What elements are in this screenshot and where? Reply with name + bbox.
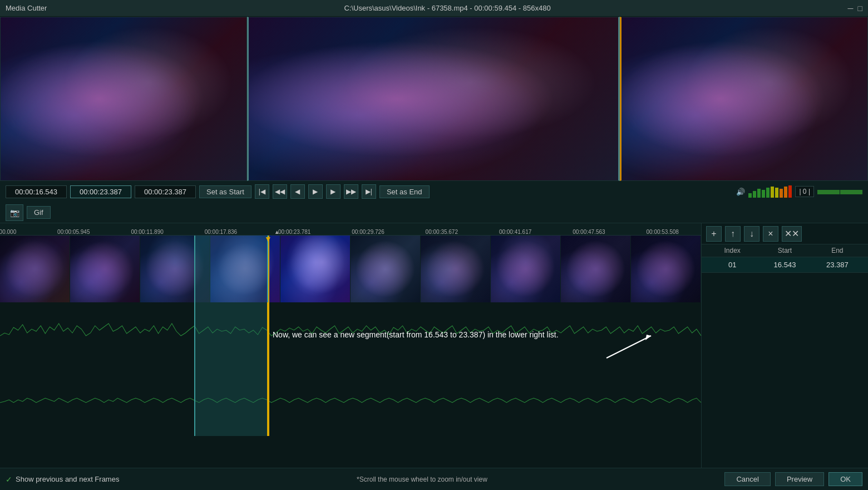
ruler-tick-4: 00:00:23.781 [278, 229, 310, 235]
ok-button[interactable]: OK [828, 472, 862, 486]
volume-number[interactable]: | 0 | [795, 186, 814, 197]
waveform-lower-svg [0, 369, 701, 436]
video-thumb-center [249, 17, 618, 180]
show-frames-label[interactable]: Show previous and next Frames [16, 475, 119, 483]
ruler-tick-9: 00:00:53.508 [646, 229, 678, 235]
col-index: Index [706, 247, 758, 254]
time-start-display[interactable]: 00:00:16.543 [6, 185, 67, 198]
window-controls: ─ □ [848, 4, 862, 13]
preview-button[interactable]: Preview [775, 472, 824, 486]
waveform-upper [0, 302, 701, 369]
controls-row: 00:00:16.543 00:00:23.387 00:00:23.387 S… [0, 181, 868, 202]
thumb-2 [140, 236, 210, 302]
move-down-button[interactable]: ↓ [744, 226, 760, 242]
add-segment-button[interactable]: + [706, 226, 722, 242]
thumb-3-selected [210, 236, 280, 302]
video-thumb-right [622, 17, 867, 180]
waveform-area[interactable]: Now, we can see a new segment(start from… [0, 302, 701, 468]
vol-bar-7 [775, 188, 778, 198]
set-start-button[interactable]: Set as Start [199, 185, 251, 198]
prev-frame-button[interactable]: ◀◀ [273, 184, 287, 199]
vol-bar-10 [788, 185, 792, 198]
jump-to-end-button[interactable]: ▶| [362, 184, 376, 199]
timeline-wrapper: 00:00:00.000 00:00:05.945 00:00:11.890 0… [0, 223, 868, 468]
ruler-tick-0: 00:00:00.000 [0, 229, 16, 235]
titlebar: Media Cutter C:\Users\asus\Videos\Ink - … [0, 0, 868, 17]
move-up-button[interactable]: ↑ [725, 226, 741, 242]
screenshot-button[interactable]: 📷 [6, 204, 23, 221]
volume-level-bar [817, 189, 862, 194]
vol-bar-4 [762, 190, 765, 198]
vol-bar-5 [766, 188, 770, 198]
waveform-upper-svg [0, 302, 701, 369]
bottom-center: *Scroll the mouse wheel to zoom in/out v… [357, 476, 487, 483]
minimize-icon[interactable]: ─ [848, 4, 854, 13]
right-panel: + ↑ ↓ × ✕✕ Index Start End 01 16.543 23.… [701, 223, 868, 468]
volume-bars [748, 185, 792, 198]
vol-bar-1 [748, 193, 752, 198]
remove-segment-button[interactable]: × [763, 226, 778, 242]
thumb-9 [631, 236, 701, 302]
vol-bar-3 [757, 189, 761, 198]
ruler-tick-5: 00:00:29.726 [352, 229, 384, 235]
right-panel-toolbar: + ↑ ↓ × ✕✕ [702, 223, 868, 244]
vol-bar-8 [780, 189, 783, 198]
next-step-button[interactable]: ▶ [326, 184, 341, 199]
waveform-selection [194, 302, 268, 369]
vol-bar-2 [753, 191, 756, 198]
thumb-8 [561, 236, 631, 302]
gif-button[interactable]: Gif [27, 206, 51, 219]
bottom-left: ✓ Show previous and next Frames [6, 475, 119, 484]
ruler-tick-1: 00:00:05.945 [57, 229, 90, 235]
seg-end: 23.387 [811, 261, 864, 269]
video-thumb-left [1, 17, 246, 180]
time-current-display[interactable]: 00:00:23.387 [70, 185, 131, 198]
timeline-main: 00:00:00.000 00:00:05.945 00:00:11.890 0… [0, 223, 701, 468]
waveform-lower-playhead [268, 369, 269, 436]
ruler-tick-6: 00:00:35.672 [426, 229, 458, 235]
time-end-display[interactable]: 00:00:23.387 [135, 185, 196, 198]
jump-to-start-button[interactable]: |◀ [255, 184, 269, 199]
vol-bar-9 [784, 187, 787, 198]
ruler-tick-2: 00:00:11.890 [131, 229, 163, 235]
prev-step-button[interactable]: ◀ [290, 184, 305, 199]
segment-table-header: Index Start End [702, 244, 868, 257]
preview-right [620, 17, 868, 181]
main-area: 00:00:16.543 00:00:23.387 00:00:23.387 S… [0, 17, 868, 490]
cancel-button[interactable]: Cancel [724, 472, 770, 486]
ruler-tick-3: 00:00:17.836 [205, 229, 237, 235]
window-title: C:\Users\asus\Videos\Ink - 67358.mp4 - 0… [344, 4, 550, 12]
segment-row-0[interactable]: 01 16.543 23.387 [702, 257, 868, 273]
waveform-lower [0, 369, 701, 436]
maximize-icon[interactable]: □ [858, 4, 862, 13]
vol-bar-6 [771, 187, 774, 198]
preview-left [0, 17, 247, 181]
col-start: Start [758, 247, 811, 254]
ruler-tick-7: 00:00:41.617 [499, 229, 531, 235]
thumb-5 [351, 236, 421, 302]
ruler-tick-8: 00:00:47.563 [573, 229, 605, 235]
app-title: Media Cutter [6, 4, 47, 12]
tools-row: 📷 Gif [0, 202, 868, 223]
waveform-playhead [268, 302, 269, 369]
checkbox-checkmark[interactable]: ✓ [6, 475, 12, 484]
right-panel-empty [702, 273, 868, 468]
waveform-lower-selection [194, 369, 268, 436]
time-ruler[interactable]: 00:00:00.000 00:00:05.945 00:00:11.890 0… [0, 223, 701, 236]
seg-index: 01 [706, 261, 758, 269]
preview-area [0, 17, 868, 181]
volume-area: 🔊 | 0 | [736, 185, 862, 198]
thumb-1 [70, 236, 140, 302]
play-button[interactable]: ▶ [308, 184, 323, 199]
set-end-button[interactable]: Set as End [379, 185, 430, 198]
remove-all-button[interactable]: ✕✕ [782, 226, 802, 242]
col-end: End [811, 247, 864, 254]
bottom-right: Cancel Preview OK [724, 472, 862, 486]
thumbnail-strip[interactable] [0, 236, 701, 302]
volume-icon[interactable]: 🔊 [736, 188, 745, 196]
bottom-bar: ✓ Show previous and next Frames *Scroll … [0, 468, 868, 490]
preview-center [247, 17, 619, 181]
scroll-hint: *Scroll the mouse wheel to zoom in/out v… [357, 476, 487, 483]
thumb-0 [0, 236, 70, 302]
next-frame-button[interactable]: ▶▶ [344, 184, 358, 199]
